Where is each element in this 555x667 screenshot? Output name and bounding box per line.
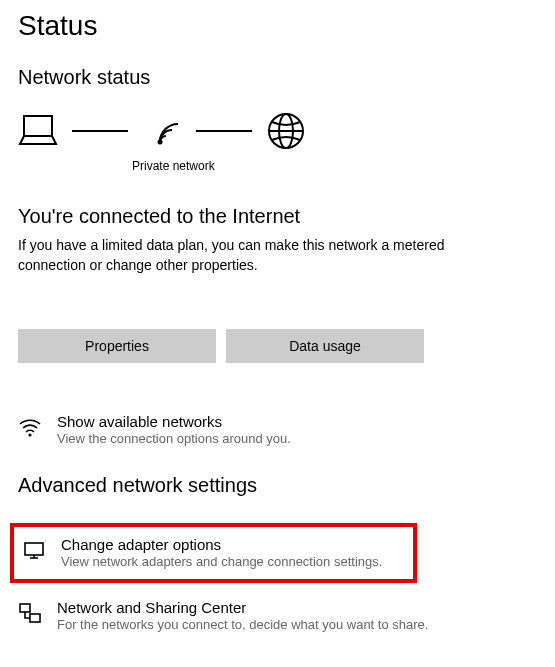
svg-point-5 xyxy=(28,434,31,437)
network-status-heading: Network status xyxy=(18,66,537,89)
show-available-networks-item[interactable]: Show available networks View the connect… xyxy=(18,413,537,446)
properties-button[interactable]: Properties xyxy=(18,329,216,363)
connected-heading: You're connected to the Internet xyxy=(18,205,537,228)
item-sub: For the networks you connect to, decide … xyxy=(57,617,428,632)
wifi-small-icon xyxy=(18,415,42,439)
network-sharing-item[interactable]: Network and Sharing Center For the netwo… xyxy=(18,599,537,632)
svg-rect-9 xyxy=(20,604,30,612)
button-row: Properties Data usage xyxy=(18,329,537,363)
svg-rect-0 xyxy=(24,116,52,136)
diagram-line xyxy=(72,130,128,132)
diagram-line xyxy=(196,130,252,132)
data-usage-button[interactable]: Data usage xyxy=(226,329,424,363)
page-title: Status xyxy=(18,10,537,42)
item-sub: View the connection options around you. xyxy=(57,431,291,446)
change-adapter-item[interactable]: Change adapter options View network adap… xyxy=(22,536,405,569)
highlight-box: Change adapter options View network adap… xyxy=(10,523,417,583)
svg-point-1 xyxy=(158,140,163,145)
globe-icon xyxy=(266,111,306,151)
svg-rect-6 xyxy=(25,543,43,555)
advanced-settings-heading: Advanced network settings xyxy=(18,474,537,497)
svg-rect-10 xyxy=(30,614,40,622)
sharing-icon xyxy=(18,601,42,625)
adapter-icon xyxy=(22,538,46,562)
item-title: Change adapter options xyxy=(61,536,382,553)
network-diagram xyxy=(18,111,537,151)
wifi-icon xyxy=(142,114,182,148)
item-title: Show available networks xyxy=(57,413,291,430)
item-title: Network and Sharing Center xyxy=(57,599,428,616)
network-type-label: Private network xyxy=(132,159,537,173)
item-sub: View network adapters and change connect… xyxy=(61,554,382,569)
computer-icon xyxy=(18,114,58,148)
connected-description: If you have a limited data plan, you can… xyxy=(18,236,448,275)
